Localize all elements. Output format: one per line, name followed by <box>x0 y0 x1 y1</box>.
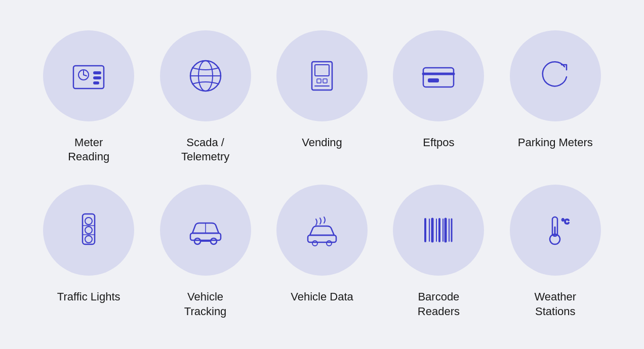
eftpos-label: Eftpos <box>423 136 454 150</box>
icon-circle-eftpos <box>393 30 484 121</box>
vehicle-tracking-label: VehicleTracking <box>184 290 227 319</box>
card-parking-meters[interactable]: Parking Meters <box>497 30 614 164</box>
svg-rect-18 <box>83 214 95 244</box>
svg-rect-11 <box>315 65 329 76</box>
meter-reading-icon <box>68 56 109 96</box>
icon-circle-vehicle-data <box>276 185 368 276</box>
barcode-icon <box>418 210 459 250</box>
card-weather-stations[interactable]: °C WeatherStations <box>497 185 614 319</box>
svg-rect-15 <box>423 68 454 87</box>
card-icon <box>418 56 459 96</box>
svg-rect-6 <box>94 82 99 84</box>
svg-text:°C: °C <box>561 217 570 226</box>
icon-circle-scada <box>160 30 251 121</box>
car-icon <box>185 210 226 250</box>
card-barcode-readers[interactable]: BarcodeReaders <box>380 185 497 319</box>
icon-circle-barcode <box>393 185 484 276</box>
globe-icon <box>185 56 226 96</box>
icon-circle-weather: °C <box>510 185 601 276</box>
svg-rect-17 <box>428 79 438 82</box>
card-traffic-lights[interactable]: Traffic Lights <box>30 185 147 319</box>
parking-meters-label: Parking Meters <box>518 136 593 150</box>
icon-circle-parking <box>510 30 601 121</box>
weather-icon: °C <box>535 210 576 250</box>
svg-rect-29 <box>308 235 336 242</box>
icon-circle-vending <box>276 30 368 121</box>
vending-label: Vending <box>302 136 342 150</box>
card-eftpos[interactable]: Eftpos <box>380 30 497 164</box>
svg-rect-12 <box>317 79 321 83</box>
svg-line-3 <box>84 75 87 76</box>
svg-point-31 <box>327 241 332 246</box>
weather-stations-label: WeatherStations <box>534 290 576 319</box>
svg-rect-5 <box>94 77 101 79</box>
svg-point-19 <box>85 217 92 225</box>
icon-circle-traffic <box>43 185 134 276</box>
icon-circle-meter-reading <box>43 30 134 121</box>
icon-grid: MeterReading Scada /Telemetry Vend <box>0 10 644 339</box>
svg-rect-13 <box>323 79 327 83</box>
card-meter-reading[interactable]: MeterReading <box>30 30 147 164</box>
svg-point-21 <box>85 236 92 243</box>
svg-point-20 <box>85 227 92 234</box>
traffic-lights-label: Traffic Lights <box>57 290 120 304</box>
refresh-icon <box>535 56 576 96</box>
card-scada-telemetry[interactable]: Scada /Telemetry <box>147 30 263 164</box>
card-vehicle-tracking[interactable]: VehicleTracking <box>147 185 263 319</box>
meter-reading-label: MeterReading <box>68 136 109 164</box>
barcode-readers-label: BarcodeReaders <box>418 290 460 319</box>
vending-icon <box>302 56 342 96</box>
card-vehicle-data[interactable]: Vehicle Data <box>264 185 380 319</box>
svg-point-30 <box>312 241 317 246</box>
vehicle-data-icon <box>302 210 342 250</box>
svg-rect-4 <box>94 72 101 74</box>
vehicle-data-label: Vehicle Data <box>291 290 353 304</box>
traffic-lights-icon <box>68 210 109 250</box>
icon-circle-vehicle-tracking <box>160 185 251 276</box>
svg-point-25 <box>194 238 200 244</box>
card-vending[interactable]: Vending <box>264 30 380 164</box>
scada-label: Scada /Telemetry <box>181 136 229 164</box>
svg-point-26 <box>211 238 217 244</box>
